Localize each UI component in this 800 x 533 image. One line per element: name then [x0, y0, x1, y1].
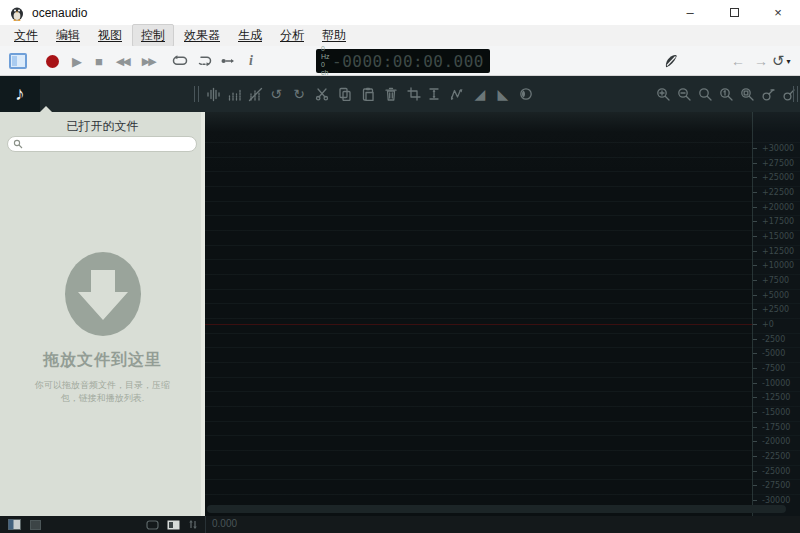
nav-forward-button[interactable]: → — [754, 53, 768, 69]
vertical-zoom-in-button[interactable] — [758, 83, 778, 105]
monitor-input-icon — [662, 52, 680, 70]
amplitude-label: +10000 — [762, 261, 794, 270]
vertical-zoom-in-icon — [761, 87, 776, 102]
sort-order-button[interactable] — [188, 516, 198, 533]
amplitude-label: +12500 — [762, 247, 794, 256]
undo-button[interactable]: ↺ — [266, 83, 286, 105]
close-button[interactable]: × — [756, 0, 800, 25]
up-down-arrows-icon — [188, 519, 198, 530]
monitor-input-button[interactable] — [662, 52, 680, 70]
zoom-in-button[interactable] — [653, 83, 673, 105]
menu-file[interactable]: 文件 — [6, 25, 46, 46]
selection-mode-button[interactable] — [146, 516, 159, 533]
record-button[interactable] — [46, 55, 59, 68]
zoom-in-icon — [656, 87, 671, 102]
dropdown-arrow-icon: ▾ — [787, 57, 791, 66]
amplitude-label: +22500 — [762, 188, 794, 197]
toolbar-grip-handle[interactable] — [194, 86, 199, 102]
copy-button[interactable] — [335, 83, 355, 105]
search-icon — [13, 139, 23, 149]
amplitude-label: +0 — [762, 320, 774, 329]
file-search-box[interactable] — [7, 136, 197, 152]
horizontal-scrollbar[interactable] — [207, 505, 786, 513]
menu-effects[interactable]: 效果器 — [176, 25, 228, 46]
stop-button[interactable]: ■ — [95, 54, 103, 69]
toggle-file-list-button[interactable] — [8, 516, 21, 533]
search-input[interactable] — [23, 138, 196, 150]
opened-files-panel: 已打开的文件 拖放文件到这里 你可以拖放音频文件，目录，压缩包，链接和播放列表. — [0, 112, 205, 516]
drop-zone-title: 拖放文件到这里 — [0, 350, 205, 371]
drop-zone-hint: 你可以拖放音频文件，目录，压缩包，链接和播放列表. — [27, 379, 179, 405]
menu-view[interactable]: 视图 — [90, 25, 130, 46]
lcd-time-value: -0000:00:00.000 — [332, 52, 484, 71]
tab-opened-files[interactable]: ♪ — [0, 76, 40, 112]
title-bar[interactable]: ocenaudio – × — [0, 0, 800, 25]
minimap-icon — [167, 520, 180, 530]
spectrogram-view-icon — [227, 87, 242, 102]
amplitude-label: +5000 — [762, 291, 789, 300]
loop-selection-button[interactable] — [196, 54, 212, 68]
edit-toolbar: ♪ — [0, 76, 800, 112]
spectrogram-view-button[interactable] — [224, 83, 244, 105]
waveform-view-button[interactable] — [203, 83, 223, 105]
main-toolbar: ▶ ■ ◀◀ ▶▶ — [0, 46, 800, 76]
menu-control[interactable]: 控制 — [132, 24, 174, 47]
menu-analyze[interactable]: 分析 — [272, 25, 312, 46]
lcd-format: 0 Hz 0 ch — [321, 45, 332, 77]
music-note-icon: ♪ — [15, 83, 25, 105]
amplitude-label: +2500 — [762, 305, 789, 314]
zoom-full-icon — [740, 87, 755, 102]
fade-in-button[interactable]: ◢ — [470, 83, 490, 105]
loudness-button[interactable] — [516, 83, 536, 105]
file-drop-zone[interactable]: 拖放文件到这里 你可以拖放音频文件，目录，压缩包，链接和播放列表. — [0, 252, 205, 405]
zoom-one-to-one-button[interactable] — [716, 83, 736, 105]
redo-button[interactable]: ↻ — [289, 83, 309, 105]
cursor-position-value: 0.000 — [212, 518, 237, 529]
zoom-full-button[interactable] — [737, 83, 757, 105]
view-mode-button[interactable] — [167, 516, 180, 533]
history-dropdown-button[interactable]: ↺ ▾ — [772, 52, 791, 70]
fade-out-icon: ◣ — [498, 87, 509, 101]
spectral-edit-view-icon — [248, 87, 263, 102]
amplitude-label: -20000 — [762, 437, 790, 446]
amplitude-ruler[interactable]: +30000+27500+25000+22500+20000+17500+150… — [752, 112, 800, 516]
amplitude-label: -15000 — [762, 408, 790, 417]
loop-playback-button[interactable] — [172, 54, 188, 68]
waveform-editor[interactable]: +30000+27500+25000+22500+20000+17500+150… — [205, 112, 800, 516]
sidebar-header: 已打开的文件 — [0, 112, 205, 135]
loudness-icon — [519, 87, 533, 101]
amplitude-label: +7500 — [762, 276, 789, 285]
toolbar-grip-handle-right[interactable] — [793, 86, 798, 102]
zoom-out-button[interactable] — [674, 83, 694, 105]
play-button[interactable]: ▶ — [72, 54, 82, 69]
menu-help[interactable]: 帮助 — [314, 25, 354, 46]
interpolate-button[interactable] — [447, 83, 467, 105]
spectral-edit-view-button[interactable] — [245, 83, 265, 105]
toggle-properties-button[interactable] — [30, 516, 41, 533]
paste-button[interactable] — [358, 83, 378, 105]
rewind-button[interactable]: ◀◀ — [116, 55, 129, 68]
minimize-button[interactable]: – — [668, 0, 712, 25]
amplitude-label: +20000 — [762, 203, 794, 212]
time-display[interactable]: 0 Hz 0 ch -0000:00:00.000 — [316, 49, 490, 73]
zero-amplitude-line — [205, 324, 756, 325]
info-button[interactable]: i — [249, 53, 253, 69]
play-from-cursor-button[interactable] — [220, 54, 236, 68]
menu-generate[interactable]: 生成 — [230, 25, 270, 46]
amplitude-label: -17500 — [762, 423, 790, 432]
zoom-selection-button[interactable] — [695, 83, 715, 105]
cut-button[interactable] — [312, 83, 332, 105]
fade-out-button[interactable]: ◣ — [493, 83, 513, 105]
toggle-sidebar-button[interactable] — [9, 53, 27, 69]
trim-silence-button[interactable] — [424, 83, 444, 105]
nav-back-button[interactable]: ← — [731, 53, 745, 69]
delete-button[interactable] — [381, 83, 401, 105]
fast-forward-icon: ▶▶ — [142, 55, 155, 68]
window-title: ocenaudio — [32, 6, 87, 20]
forward-arrow-icon: → — [754, 53, 768, 69]
fast-forward-button[interactable]: ▶▶ — [142, 55, 155, 68]
crop-button[interactable] — [404, 83, 424, 105]
maximize-button[interactable] — [712, 0, 756, 25]
menu-edit[interactable]: 编辑 — [48, 25, 88, 46]
amplitude-label: -30000 — [762, 496, 790, 505]
